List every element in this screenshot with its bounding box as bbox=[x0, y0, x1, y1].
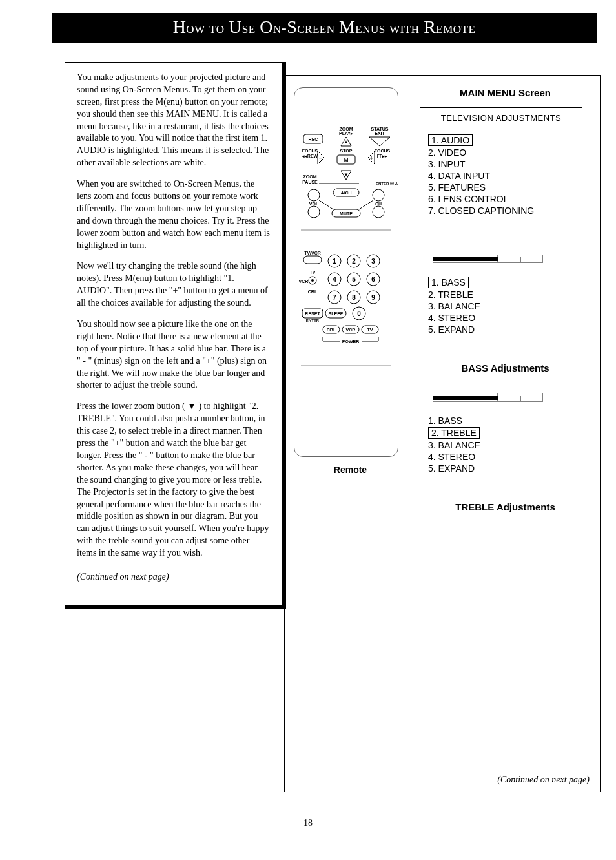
svg-text:SLEEP: SLEEP bbox=[329, 311, 344, 316]
svg-text:1: 1 bbox=[333, 258, 336, 265]
svg-text:REC: REC bbox=[309, 137, 318, 142]
menu-item: 1. BASS bbox=[428, 415, 575, 426]
menu-item: 6. LENS CONTROL bbox=[428, 194, 575, 204]
svg-text:VCR: VCR bbox=[299, 279, 309, 284]
paragraph: Press the lower zoom button ( ▼ ) to hig… bbox=[77, 401, 271, 560]
paragraph: Now we'll try changing the treble sound … bbox=[77, 260, 271, 309]
main-menu-header: TELEVISION ADJUSTMENTS bbox=[427, 113, 575, 123]
bass-title: BASS Adjustments bbox=[420, 362, 591, 373]
svg-text:ZOOM: ZOOM bbox=[303, 174, 317, 179]
svg-marker-8 bbox=[369, 137, 390, 146]
svg-text:VCR: VCR bbox=[346, 328, 356, 332]
remote-caption: Remote bbox=[294, 465, 407, 475]
svg-text:8: 8 bbox=[352, 294, 356, 301]
menu-item: 4. STEREO bbox=[428, 452, 575, 462]
svg-text:EXIT: EXIT bbox=[375, 131, 385, 136]
menu-item: 7. CLOSED CAPTIONING bbox=[428, 205, 575, 216]
paragraph: You make adjustments to your projected p… bbox=[77, 72, 271, 169]
svg-line-36 bbox=[319, 200, 333, 209]
svg-text:STOP: STOP bbox=[340, 149, 353, 153]
instructions-box: You make adjustments to your projected p… bbox=[65, 62, 286, 609]
svg-text:CH: CH bbox=[375, 202, 382, 206]
menu-item: 2. TREBLE bbox=[428, 289, 575, 300]
svg-text:◂◂REW: ◂◂REW bbox=[302, 154, 318, 158]
svg-text:FOCUS: FOCUS bbox=[375, 149, 391, 153]
svg-text:3: 3 bbox=[371, 258, 375, 265]
treble-title: TREBLE Adjustments bbox=[420, 501, 591, 512]
svg-text:−: − bbox=[319, 154, 323, 162]
menu-item-selected: 1. AUDIO bbox=[428, 134, 473, 146]
svg-point-49 bbox=[311, 279, 314, 282]
menu-item: 3. BALANCE bbox=[428, 301, 575, 311]
page-title: How to Use On-Screen Menus with Remote bbox=[52, 13, 597, 43]
svg-text:RESET: RESET bbox=[305, 311, 320, 316]
slider-bar bbox=[433, 253, 543, 265]
menu-item: 5. EXPAND bbox=[428, 463, 575, 474]
svg-text:A/CH: A/CH bbox=[340, 191, 351, 195]
svg-text:M: M bbox=[344, 157, 349, 163]
svg-text:ZOOM: ZOOM bbox=[340, 127, 353, 131]
main-menu-title: MAIN MENU Screen bbox=[420, 87, 591, 98]
slider-bar bbox=[433, 392, 543, 404]
svg-text:6: 6 bbox=[371, 276, 375, 283]
svg-text:7: 7 bbox=[333, 294, 336, 301]
paragraph: When you are switched to On-Screen Menus… bbox=[77, 178, 271, 251]
svg-text:POWER: POWER bbox=[342, 339, 359, 344]
svg-point-28 bbox=[308, 189, 320, 201]
svg-text:TV: TV bbox=[310, 270, 316, 275]
svg-text:FOCUS: FOCUS bbox=[302, 149, 318, 153]
continued-note: (Continued on next page) bbox=[497, 775, 590, 785]
menu-item-selected: 1. BASS bbox=[428, 277, 469, 288]
menu-item: 4. DATA INPUT bbox=[428, 171, 575, 181]
page-number: 18 bbox=[19, 818, 597, 828]
svg-rect-88 bbox=[433, 396, 498, 400]
continued-note: (Continued on next page) bbox=[77, 571, 271, 583]
svg-point-31 bbox=[373, 189, 384, 201]
svg-text:9: 9 bbox=[371, 294, 375, 301]
remote-diagram: REC ZOOM PLAY▸ ▲ STATUS EXIT FOCUS ◂◂REW bbox=[294, 87, 398, 457]
svg-text:4: 4 bbox=[333, 276, 336, 283]
svg-point-29 bbox=[308, 206, 320, 218]
svg-text:ENTER Ⓜ JACK2: ENTER Ⓜ JACK2 bbox=[376, 181, 398, 185]
svg-text:STATUS: STATUS bbox=[371, 127, 389, 131]
svg-text:▼: ▼ bbox=[344, 172, 349, 178]
menu-item: 3. BALANCE bbox=[428, 440, 575, 450]
svg-text:5: 5 bbox=[352, 276, 356, 283]
svg-text:TV/VCR: TV/VCR bbox=[304, 251, 321, 255]
svg-text:TV: TV bbox=[367, 328, 373, 332]
menu-item: 2. VIDEO bbox=[428, 147, 575, 158]
paragraph: You should now see a picture like the on… bbox=[77, 319, 271, 392]
svg-rect-40 bbox=[303, 256, 322, 264]
menu-item: 3. INPUT bbox=[428, 159, 575, 169]
bass-screen: 1. BASS 2. TREBLE 3. BALANCE 4. STEREO 5… bbox=[420, 244, 582, 344]
main-menu-screen: TELEVISION ADJUSTMENTS 1. AUDIO 2. VIDEO… bbox=[420, 107, 582, 225]
menu-item: 4. STEREO bbox=[428, 313, 575, 323]
svg-text:FF▸▸: FF▸▸ bbox=[377, 154, 388, 158]
svg-rect-83 bbox=[433, 257, 498, 261]
svg-text:▲: ▲ bbox=[344, 139, 349, 145]
menu-item: 5. EXPAND bbox=[428, 324, 575, 335]
menu-item-selected: 2. TREBLE bbox=[428, 427, 480, 439]
svg-text:+: + bbox=[369, 154, 373, 162]
svg-text:CBL: CBL bbox=[308, 289, 318, 294]
svg-line-37 bbox=[359, 200, 373, 209]
svg-text:ENTER: ENTER bbox=[306, 319, 320, 322]
figures-panel: REC ZOOM PLAY▸ ▲ STATUS EXIT FOCUS ◂◂REW bbox=[284, 75, 601, 792]
svg-text:CBL: CBL bbox=[327, 328, 336, 332]
menu-item: 5. FEATURES bbox=[428, 182, 575, 193]
svg-text:0: 0 bbox=[357, 310, 361, 317]
svg-text:PAUSE: PAUSE bbox=[302, 180, 318, 184]
svg-text:VOL: VOL bbox=[309, 202, 319, 206]
svg-point-32 bbox=[373, 206, 384, 218]
treble-screen: 1. BASS 2. TREBLE 3. BALANCE 4. STEREO 5… bbox=[420, 383, 582, 483]
svg-text:2: 2 bbox=[352, 258, 356, 265]
svg-text:PLAY▸: PLAY▸ bbox=[339, 131, 353, 136]
svg-text:MUTE: MUTE bbox=[340, 211, 353, 216]
